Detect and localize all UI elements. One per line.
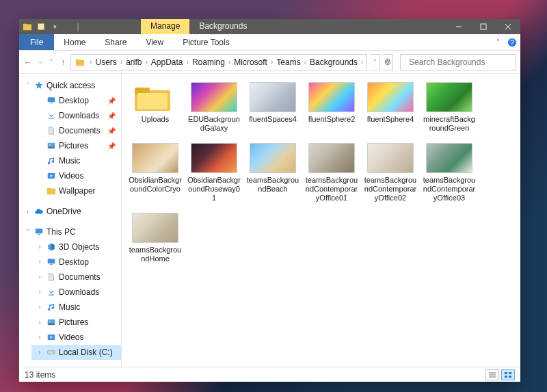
tree-quick-access[interactable]: ˅ Quick access (19, 78, 121, 93)
svg-rect-4 (481, 24, 486, 29)
file-item[interactable]: EDUBackgroundGalaxy (187, 82, 241, 132)
chevron-right-icon[interactable]: › (36, 274, 44, 280)
qat-dropdown-icon[interactable]: ▾ (49, 21, 60, 32)
sidebar-item-pictures[interactable]: Pictures📌 (31, 138, 121, 153)
tree-this-pc[interactable]: ˅ This PC (19, 224, 121, 239)
breadcrumb-segment[interactable]: Backgrounds (308, 57, 359, 67)
chevron-right-icon[interactable]: › (36, 289, 44, 296)
folder-icon (46, 185, 57, 196)
view-details-button[interactable] (485, 369, 499, 380)
refresh-button[interactable] (383, 54, 393, 70)
svg-rect-40 (505, 372, 507, 374)
image-thumbnail (308, 143, 355, 173)
maximize-button[interactable] (471, 19, 496, 34)
sidebar-item-documents[interactable]: ›Documents (31, 270, 121, 285)
sidebar-item-music[interactable]: ›Music (31, 300, 121, 315)
tree-label: This PC (46, 227, 76, 237)
sidebar-item-pictures[interactable]: ›Pictures (31, 315, 121, 330)
breadcrumb-segment[interactable]: Roaming (191, 57, 226, 67)
sidebar-item-documents[interactable]: Documents📌 (31, 123, 121, 138)
ribbon-collapse-chevron-icon[interactable]: ˅ (492, 34, 504, 50)
file-item[interactable]: teamsBackgroundHome (129, 213, 182, 263)
nav-forward-button[interactable]: → (35, 54, 44, 70)
sidebar-item-downloads[interactable]: Downloads📌 (31, 108, 121, 123)
chevron-right-icon[interactable]: › (144, 58, 150, 66)
chevron-right-icon[interactable]: › (36, 244, 44, 250)
pictures-icon (46, 140, 57, 151)
contextual-tab-manage[interactable]: Manage (141, 19, 189, 34)
chevron-right-icon[interactable]: › (269, 58, 275, 66)
file-item[interactable]: fluentSphere2 (305, 82, 358, 132)
tree-label: Music (59, 156, 80, 166)
3d-icon (46, 241, 57, 252)
chevron-right-icon[interactable]: › (185, 58, 191, 66)
minimize-button[interactable] (446, 19, 471, 34)
nav-up-button[interactable]: ↑ (59, 54, 68, 70)
items-view[interactable]: UploadsEDUBackgroundGalaxyfluentSpaces4f… (122, 74, 520, 367)
close-button[interactable] (496, 19, 520, 34)
chevron-down-icon[interactable]: ˅ (23, 82, 31, 89)
nav-history-dropdown[interactable]: ˅ (47, 54, 56, 70)
sidebar-item-desktop[interactable]: ›Desktop (31, 254, 121, 270)
ribbon: File HomeShareViewPicture Tools ˅ ? (19, 34, 520, 51)
file-item[interactable]: teamsBackgroundContemporaryOffice02 (364, 143, 417, 202)
chevron-right-icon[interactable]: › (302, 58, 308, 66)
sidebar-item-videos[interactable]: ›Videos (31, 330, 121, 345)
sidebar-item-3d-objects[interactable]: ›3D Objects (31, 239, 121, 254)
sidebar-item-downloads[interactable]: ›Downloads (31, 285, 121, 300)
pin-icon: 📌 (107, 97, 116, 105)
sidebar-item-desktop[interactable]: Desktop📌 (31, 93, 121, 108)
breadcrumb-segment[interactable]: Users (94, 57, 118, 67)
file-item[interactable]: fluentSphere4 (364, 82, 417, 132)
chevron-right-icon[interactable]: › (36, 304, 44, 311)
sidebar-item-videos[interactable]: Videos (31, 168, 121, 183)
search-box[interactable] (400, 54, 516, 70)
image-thumbnail (426, 82, 472, 112)
chevron-right-icon[interactable]: › (23, 208, 31, 215)
ribbon-tab-share[interactable]: Share (95, 34, 136, 50)
chevron-right-icon[interactable]: › (36, 319, 44, 326)
music-icon (46, 302, 57, 313)
view-thumbnails-button[interactable] (501, 369, 515, 380)
chevron-right-icon[interactable]: › (226, 58, 232, 66)
chevron-right-icon[interactable]: › (36, 349, 44, 356)
titlebar: ▾ | Manage Backgrounds (19, 19, 520, 34)
file-item[interactable]: ObsidianBackgroundRoseway01 (187, 143, 241, 202)
file-item[interactable]: ObsidianBackgroundColorCryo (129, 143, 182, 202)
file-item[interactable]: Uploads (129, 82, 182, 132)
search-input[interactable] (409, 57, 511, 67)
ribbon-tab-picture-tools[interactable]: Picture Tools (173, 34, 239, 50)
file-item[interactable]: fluentSpaces4 (246, 82, 299, 132)
nav-back-button[interactable]: ← (23, 54, 32, 70)
breadcrumb[interactable]: › Users›arifb›AppData›Roaming›Microsoft›… (70, 54, 367, 70)
sidebar-item-wallpaper[interactable]: Wallpaper (31, 183, 121, 198)
image-thumbnail (367, 143, 414, 173)
svg-rect-21 (36, 228, 43, 233)
ribbon-tab-home[interactable]: Home (54, 34, 95, 50)
address-dropdown[interactable]: ˅ (370, 54, 380, 70)
chevron-right-icon[interactable]: › (36, 259, 44, 265)
chevron-right-icon[interactable]: › (359, 58, 365, 66)
breadcrumb-segment[interactable]: AppData (150, 57, 185, 67)
file-menu[interactable]: File (19, 34, 54, 50)
tree-label: Documents (59, 126, 101, 135)
chevron-right-icon[interactable]: › (118, 58, 124, 66)
videos-icon (46, 170, 57, 181)
help-button[interactable]: ? (504, 34, 520, 50)
breadcrumb-segment[interactable]: Microsoft (232, 57, 269, 67)
chevron-right-icon[interactable]: › (88, 58, 94, 66)
file-item[interactable]: teamsBackgroundContemporaryOffice03 (423, 143, 476, 202)
tree-onedrive[interactable]: › OneDrive (19, 204, 121, 219)
breadcrumb-segment[interactable]: arifb (124, 57, 143, 67)
chevron-right-icon[interactable]: › (36, 334, 44, 341)
file-item[interactable]: minecraftBackgroundGreen (423, 82, 476, 132)
breadcrumb-segment[interactable]: Teams (275, 57, 302, 67)
chevron-down-icon[interactable]: ˅ (23, 228, 31, 235)
sidebar-item-local-disk-c-[interactable]: ›Local Disk (C:) (31, 345, 121, 360)
file-item[interactable]: teamsBackgroundContemporaryOffice01 (305, 143, 358, 202)
file-item[interactable]: teamsBackgroundBeach (246, 143, 299, 202)
sidebar-item-music[interactable]: Music (31, 153, 121, 168)
qat-properties-icon[interactable] (36, 21, 46, 32)
svg-point-11 (405, 62, 405, 62)
ribbon-tab-view[interactable]: View (136, 34, 173, 50)
